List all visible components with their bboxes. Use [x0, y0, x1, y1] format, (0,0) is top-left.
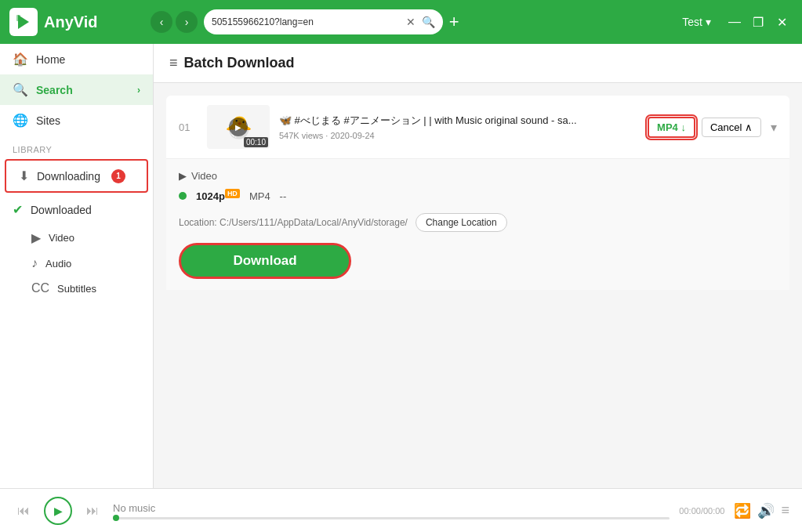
video-section-icon: ▶: [179, 170, 187, 182]
window-controls: — ❐ ✕: [724, 11, 793, 33]
sidebar-downloaded-label: Downloaded: [31, 204, 92, 216]
video-section-label: Video: [191, 170, 217, 182]
player-volume-button[interactable]: 🔊: [757, 502, 775, 519]
quality-label: 1024pHD: [196, 190, 240, 202]
user-chevron-icon: ▾: [706, 16, 711, 28]
sidebar-item-video[interactable]: ▶ Video: [31, 225, 153, 251]
player-next-button[interactable]: ⏭: [82, 500, 103, 522]
main-layout: 🏠 Home 🔍 Search › 🌐 Sites Library ⬇ Down…: [0, 44, 802, 488]
video-details: ▶ Video 1024pHD MP4 -- Location: C:/User…: [166, 159, 789, 290]
format-btn-label: MP4 ↓: [657, 121, 686, 133]
home-icon: 🏠: [13, 52, 28, 67]
player-progress-dot: [113, 515, 119, 521]
sidebar-item-downloading[interactable]: ⬇ Downloading 1: [6, 161, 147, 191]
url-search-icon[interactable]: 🔍: [422, 16, 435, 28]
download-button[interactable]: Download: [179, 243, 351, 279]
maximize-button[interactable]: ❐: [747, 11, 769, 33]
url-bar[interactable]: 505155966210?lang=en ✕ 🔍: [204, 9, 443, 34]
video-number: 01: [179, 121, 198, 133]
title-bar: AnyVid ‹ › 505155966210?lang=en ✕ 🔍 + Te…: [0, 0, 802, 44]
app-logo: [9, 8, 38, 36]
sidebar-downloading-label: Downloading: [37, 170, 100, 183]
player-progress-bar[interactable]: [113, 517, 670, 519]
user-name: Test: [682, 16, 702, 28]
play-overlay-icon: ▶: [229, 118, 248, 136]
svg-rect-1: [16, 15, 20, 21]
player-bar: ⏮ ▶ ⏭ No music 00:00/00:00 🔁 🔊 ≡: [0, 488, 802, 532]
sidebar-item-downloaded[interactable]: ✔ Downloaded: [0, 194, 153, 225]
back-button[interactable]: ‹: [151, 11, 172, 33]
close-button[interactable]: ✕: [771, 11, 793, 33]
player-shuffle-button[interactable]: 🔁: [734, 502, 751, 519]
video-duration: 00:10: [244, 137, 268, 147]
sidebar-item-search[interactable]: 🔍 Search ›: [0, 74, 153, 105]
video-views: 547K views: [279, 131, 323, 140]
player-queue-button[interactable]: ≡: [781, 502, 789, 519]
location-text: Location: C:/Users/111/AppData/Local/Any…: [179, 217, 408, 228]
video-thumbnail[interactable]: 🐣 ▶ 00:10: [207, 105, 270, 149]
sidebar-sites-label: Sites: [36, 114, 60, 127]
content-header: ≡ Batch Download: [154, 44, 802, 83]
player-controls-right: 🔁 🔊 ≡: [734, 502, 789, 519]
subtitles-icon: CC: [31, 281, 49, 295]
sidebar: 🏠 Home 🔍 Search › 🌐 Sites Library ⬇ Down…: [0, 44, 154, 488]
url-text: 505155966210?lang=en: [212, 16, 400, 27]
search-icon: 🔍: [13, 82, 28, 97]
cancel-btn-label: Cancel ∧: [710, 121, 753, 133]
sidebar-audio-label: Audio: [45, 258, 71, 270]
downloading-icon: ⬇: [19, 168, 29, 183]
sidebar-search-label: Search: [36, 84, 73, 96]
downloading-badge: 1: [111, 169, 125, 183]
player-title: No music: [113, 502, 670, 514]
content-area: ≡ Batch Download 01 🐣 ▶ 00:10 🦋 #べじまる #ア…: [154, 44, 802, 488]
quality-res: 1024p: [196, 190, 225, 202]
quality-format: MP4: [249, 190, 270, 202]
sidebar-item-downloading-container: ⬇ Downloading 1: [5, 159, 148, 193]
player-play-button[interactable]: ▶: [44, 497, 72, 525]
logo-area: AnyVid: [9, 8, 151, 36]
player-time: 00:00/00:00: [679, 506, 724, 516]
sidebar-sub: ▶ Video ♪ Audio CC Subtitles: [0, 225, 153, 301]
page-title: Batch Download: [184, 55, 295, 71]
video-icon: ▶: [31, 230, 41, 245]
user-menu[interactable]: Test ▾: [682, 16, 711, 28]
nav-arrows: ‹ ›: [151, 11, 198, 33]
format-selector: MP4 ↓ Cancel ∧: [648, 117, 761, 138]
player-prev-button[interactable]: ⏮: [13, 500, 34, 522]
app-name: AnyVid: [44, 13, 98, 31]
quality-row: 1024pHD MP4 --: [179, 190, 777, 202]
format-mp4-button[interactable]: MP4 ↓: [648, 117, 695, 138]
sidebar-item-audio[interactable]: ♪ Audio: [31, 251, 153, 276]
search-chevron-icon: ›: [137, 85, 140, 96]
change-location-button[interactable]: Change Location: [416, 213, 507, 232]
minimize-button[interactable]: —: [724, 11, 746, 33]
downloaded-icon: ✔: [13, 202, 23, 217]
sidebar-video-label: Video: [49, 232, 74, 244]
url-close-icon[interactable]: ✕: [406, 16, 416, 28]
sidebar-item-sites[interactable]: 🌐 Sites: [0, 105, 153, 136]
sidebar-item-home[interactable]: 🏠 Home: [0, 44, 153, 74]
batch-icon: ≡: [169, 55, 178, 71]
download-btn-container: Download: [179, 243, 777, 279]
video-card: 01 🐣 ▶ 00:10 🦋 #べじまる #アニメーション | | with M…: [166, 96, 789, 290]
hd-badge: HD: [225, 189, 240, 198]
sites-icon: 🌐: [13, 113, 28, 128]
video-date: 2020-09-24: [330, 131, 374, 140]
details-section-title: ▶ Video: [179, 170, 777, 182]
add-tab-button[interactable]: +: [449, 12, 459, 32]
video-title: 🦋 #べじまる #アニメーション | | with Music original…: [279, 114, 638, 128]
video-header: 01 🐣 ▶ 00:10 🦋 #べじまる #アニメーション | | with M…: [166, 96, 789, 159]
forward-button[interactable]: ›: [176, 11, 198, 33]
quality-size: --: [280, 190, 287, 202]
quality-dot: [179, 192, 187, 200]
expand-button[interactable]: ▾: [771, 120, 777, 135]
video-meta: 547K views · 2020-09-24: [279, 131, 638, 140]
audio-icon: ♪: [31, 256, 38, 270]
location-row: Location: C:/Users/111/AppData/Local/Any…: [179, 213, 777, 232]
sidebar-item-subtitles[interactable]: CC Subtitles: [31, 276, 153, 301]
sidebar-home-label: Home: [36, 53, 65, 66]
library-label: Library: [0, 136, 153, 157]
video-info: 🦋 #べじまる #アニメーション | | with Music original…: [279, 114, 638, 140]
cancel-button[interactable]: Cancel ∧: [702, 118, 761, 137]
player-info: No music: [113, 502, 670, 519]
